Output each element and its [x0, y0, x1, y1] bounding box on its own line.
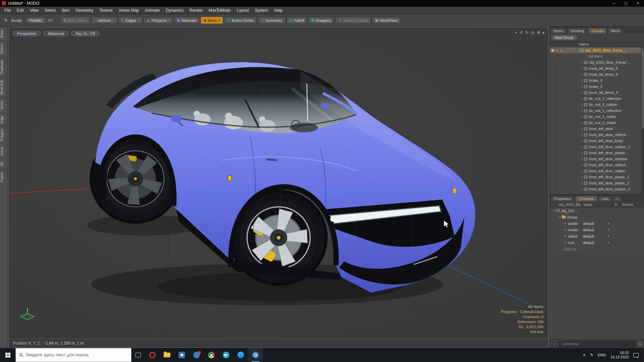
viewport-settings-icon[interactable]: ⚙	[537, 30, 540, 35]
panel-tab[interactable]: +	[613, 196, 622, 201]
language-indicator[interactable]: ENG	[598, 353, 606, 357]
expander-icon[interactable]: ▸	[582, 127, 583, 130]
taskbar-clock[interactable]: 18:32 16.12.2022	[610, 351, 629, 359]
menu-item[interactable]: Select	[42, 7, 59, 14]
mode-button[interactable]: ▦ WorkPlane	[372, 17, 401, 24]
expander-icon[interactable]: ▸	[582, 182, 583, 185]
show-desktop-button[interactable]	[642, 348, 644, 362]
expander-icon[interactable]: ▸	[582, 188, 583, 191]
expander-icon[interactable]: ▸	[582, 91, 583, 94]
toolbox-tab[interactable]: UV	[0, 159, 7, 169]
notification-center-icon[interactable]	[633, 353, 639, 357]
toolbox-tab[interactable]: Basic	[0, 26, 7, 40]
channel-value-dropdown[interactable]: default ▾	[581, 222, 612, 226]
list-item[interactable]: ▸ trunk_lid_detail_5	[550, 65, 644, 71]
viewport-mode-pill[interactable]: Perspective	[13, 31, 41, 36]
list-item[interactable]: ▸ tie_rod_2_metal	[550, 120, 644, 126]
list-item[interactable]: ▸ front_left_door	[550, 126, 644, 132]
taskbar-search[interactable]	[15, 348, 131, 362]
search-input[interactable]	[26, 353, 128, 357]
expander-icon[interactable]: ▸	[582, 67, 583, 70]
expander-icon[interactable]: ▸	[582, 109, 583, 112]
maximize-button[interactable]: □	[620, 0, 632, 7]
expander-icon[interactable]: ▸	[582, 145, 583, 148]
menu-item[interactable]: System	[252, 7, 271, 14]
mode-button[interactable]: ▣ Auto Select	[60, 17, 90, 24]
channel-row[interactable]: lock default ▾	[550, 239, 644, 246]
tray-chevron-icon[interactable]: ∧	[583, 353, 586, 357]
mode-button[interactable]: ∴ Vertices 1	[91, 17, 117, 24]
toolbox-tab[interactable]: Vertex	[0, 97, 7, 112]
menu-item[interactable]: Render	[186, 7, 206, 14]
expander-icon[interactable]: ▾	[578, 49, 579, 52]
list-item[interactable]: ▸ front_left_door_reflecti...	[550, 162, 644, 168]
viewport-3d[interactable]: PerspectiveAdvancedRay GL: Off ⌖↺↻◎⚙▸ No…	[9, 28, 548, 338]
expander-icon[interactable]: ▸	[582, 97, 583, 100]
channel-row[interactable]: render default ▾	[550, 227, 644, 233]
mode-button[interactable]: ◉ Materials	[174, 17, 200, 24]
list-item[interactable]: ▸ tie_rod_1_metal	[550, 114, 644, 120]
expander-icon[interactable]: ▸	[582, 121, 583, 124]
toolbox-tab[interactable]: Mesh Edit	[0, 77, 7, 97]
mode-button[interactable]: ▲ Polygons 3	[144, 17, 173, 24]
list-item[interactable]: ▸ front_left_door_plastic ...	[550, 150, 644, 156]
scrollbar-thumb[interactable]	[642, 48, 644, 129]
channel-row[interactable]: visible default ▾	[550, 220, 644, 227]
menu-item[interactable]: Edit	[14, 7, 27, 14]
expander-icon[interactable]: ▸	[582, 133, 583, 136]
macro-record-icon[interactable]	[638, 342, 642, 346]
list-item[interactable]: ▸ obj_2023_Blue_Ferrari ...	[550, 59, 644, 65]
menu-item[interactable]: Item	[59, 7, 72, 14]
expander-icon[interactable]: ▸	[582, 158, 583, 161]
expander-icon[interactable]: ▸	[582, 176, 583, 179]
menu-item[interactable]: Vertex Map	[116, 7, 142, 14]
expander-icon[interactable]: ▸	[582, 115, 583, 118]
mode-button[interactable]: ◈ Items 5	[201, 17, 223, 24]
viewport-mode-pill[interactable]: Ray GL: Off	[71, 31, 99, 36]
mode-button[interactable]: ⊞ Snapping	[308, 17, 334, 24]
expander-icon[interactable]: ▾	[554, 209, 555, 212]
mode-button[interactable]: ◇ Edges 2	[118, 17, 143, 24]
panel-tab[interactable]: Shading	[567, 28, 587, 34]
mode-button[interactable]: ⊕ Action Center	[224, 17, 257, 24]
list-item[interactable]: ▸ trunk_lid_detail_4	[550, 89, 644, 96]
menu-item[interactable]: Texture	[96, 7, 115, 14]
mode-button[interactable]: ▥ Select Through	[335, 17, 371, 24]
panel-tab[interactable]: Mesh	[607, 28, 623, 34]
presets-button[interactable]: Presets F6	[26, 17, 55, 23]
list-item-selected[interactable]: ▾ obj_2023_Blue_Ferra ...	[550, 47, 644, 53]
list-item[interactable]: ▸ front_left_door_window	[550, 156, 644, 162]
toolbox-tab[interactable]: Fusion	[0, 169, 7, 185]
task-view-button[interactable]	[131, 348, 145, 362]
items-scrollbar[interactable]	[641, 47, 644, 194]
list-item[interactable]: ▸ tie_rod_1_reflection	[550, 108, 644, 114]
expander-icon[interactable]: ▸	[582, 164, 583, 167]
list-item[interactable]: ▸ brake_3	[550, 77, 644, 83]
menu-item[interactable]: File	[1, 7, 14, 14]
lock-toggle-icon[interactable]	[560, 49, 562, 52]
toolbox-tab[interactable]: Polygon	[0, 126, 7, 144]
channel-value-dropdown[interactable]: default ▾	[581, 241, 612, 245]
toolbox-tab[interactable]: Edge	[0, 113, 7, 126]
list-item[interactable]: ▸ front_left_door_body	[550, 138, 644, 144]
expander-icon[interactable]: ▸	[582, 73, 583, 76]
expander-icon[interactable]: ▸	[582, 152, 583, 155]
expander-icon[interactable]: ▸	[582, 103, 583, 106]
panel-tab[interactable]: Properties	[551, 196, 574, 201]
list-item[interactable]: ▸ front_left_door_reflecti...	[550, 132, 644, 138]
shading-icon[interactable]: ◎	[531, 30, 534, 35]
sculpt-icon[interactable]: ✎	[3, 17, 9, 23]
expander-icon[interactable]: ▸	[582, 61, 583, 64]
modo-taskbar-button[interactable]	[248, 348, 263, 362]
start-button[interactable]	[0, 348, 15, 362]
expander-icon[interactable]: ▾	[559, 216, 560, 219]
channel-row[interactable]: select default ▾	[550, 233, 644, 239]
channel-tree-root[interactable]: ▾ obj_202 ...	[550, 207, 644, 214]
command-input[interactable]	[559, 341, 636, 347]
list-item[interactable]: ▸ brake_2	[550, 83, 644, 89]
orbit-cw-icon[interactable]: ↻	[525, 30, 529, 35]
list-item[interactable]: ▸ front_left_door_plastic_2	[550, 180, 644, 186]
minimize-button[interactable]: –	[608, 0, 620, 7]
render-toggle-icon[interactable]	[556, 49, 558, 52]
mode-button[interactable]: ◎ Falloff	[286, 17, 307, 24]
